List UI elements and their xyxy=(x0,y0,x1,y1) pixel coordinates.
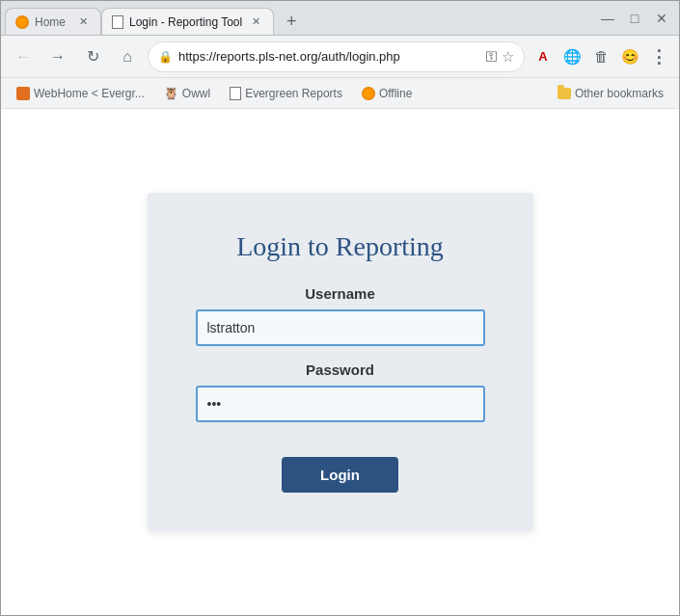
pdf-icon[interactable]: A xyxy=(530,44,556,69)
tab-home[interactable]: Home ✕ xyxy=(5,8,101,35)
bookmark-evergreen-reports[interactable]: Evergreen Reports xyxy=(222,82,350,105)
tab-home-close[interactable]: ✕ xyxy=(75,14,91,30)
bookmark-owwl-label: Owwl xyxy=(182,87,210,100)
login-button[interactable]: Login xyxy=(282,457,398,493)
tab-login-label: Login - Reporting Tool xyxy=(129,15,242,29)
key-icon[interactable]: ⚿ xyxy=(485,49,498,64)
evergreen-favicon xyxy=(230,87,241,100)
tab-login-close[interactable]: ✕ xyxy=(248,14,263,30)
address-bar-icons: ⚿ ☆ xyxy=(485,48,514,66)
bookmark-evergreen-label: Evergreen Reports xyxy=(245,87,342,100)
webhome-favicon xyxy=(16,87,30,100)
bookmark-owwl[interactable]: 🦉 Owwl xyxy=(156,82,218,105)
back-button[interactable]: ← xyxy=(9,42,38,71)
page-content: Login to Reporting Username Password Log… xyxy=(1,109,679,615)
close-button[interactable]: ✕ xyxy=(652,9,671,28)
password-label: Password xyxy=(196,362,485,378)
tabs-area: Home ✕ Login - Reporting Tool ✕ + xyxy=(1,1,590,35)
menu-icon[interactable]: ⋮ xyxy=(646,44,671,69)
bookmark-other[interactable]: Other bookmarks xyxy=(550,82,671,105)
home-tab-favicon xyxy=(15,15,29,29)
home-button[interactable]: ⌂ xyxy=(113,42,142,71)
bookmark-folder-icon xyxy=(558,88,571,99)
lock-icon: 🔒 xyxy=(158,50,173,64)
window-controls: — □ ✕ xyxy=(590,1,679,35)
nav-bar: ← → ↻ ⌂ 🔒 https://reports.pls-net.org/au… xyxy=(1,36,679,78)
forward-button[interactable]: → xyxy=(43,42,72,71)
address-bar[interactable]: 🔒 https://reports.pls-net.org/auth/login… xyxy=(148,41,525,72)
owwl-favicon: 🦉 xyxy=(164,87,178,100)
username-label: Username xyxy=(196,285,485,302)
minimize-button[interactable]: — xyxy=(598,9,617,28)
extension-icon-2[interactable]: 🗑 xyxy=(588,44,613,69)
login-title: Login to Reporting xyxy=(236,231,444,262)
extension-icon-1[interactable]: 🌐 xyxy=(559,44,585,69)
title-bar: Home ✕ Login - Reporting Tool ✕ + — □ ✕ xyxy=(1,1,679,36)
bookmark-offline[interactable]: Offline xyxy=(354,82,420,105)
url-text: https://reports.pls-net.org/auth/login.p… xyxy=(178,49,479,64)
password-input[interactable] xyxy=(196,386,485,422)
bookmark-offline-label: Offline xyxy=(379,87,412,100)
bookmark-other-label: Other bookmarks xyxy=(575,87,664,100)
username-input[interactable] xyxy=(196,309,485,346)
emoji-icon[interactable]: 😊 xyxy=(617,44,642,69)
tab-home-label: Home xyxy=(35,15,69,29)
login-card: Login to Reporting Username Password Log… xyxy=(148,193,533,531)
bookmark-webhome-label: WebHome < Evergr... xyxy=(34,87,145,100)
maximize-button[interactable]: □ xyxy=(625,9,644,28)
new-tab-button[interactable]: + xyxy=(278,8,305,35)
login-tab-favicon xyxy=(112,15,123,29)
bookmark-webhome[interactable]: WebHome < Evergr... xyxy=(9,82,152,105)
browser-window: Home ✕ Login - Reporting Tool ✕ + — □ ✕ … xyxy=(0,0,680,616)
star-icon[interactable]: ☆ xyxy=(502,48,514,66)
tab-login[interactable]: Login - Reporting Tool ✕ xyxy=(101,8,274,35)
offline-favicon xyxy=(362,87,375,100)
username-group: Username xyxy=(196,285,485,346)
reload-button[interactable]: ↻ xyxy=(78,42,107,71)
toolbar-icons: A 🌐 🗑 😊 ⋮ xyxy=(530,44,671,69)
password-group: Password xyxy=(196,362,485,422)
bookmarks-bar: WebHome < Evergr... 🦉 Owwl Evergreen Rep… xyxy=(1,78,679,109)
